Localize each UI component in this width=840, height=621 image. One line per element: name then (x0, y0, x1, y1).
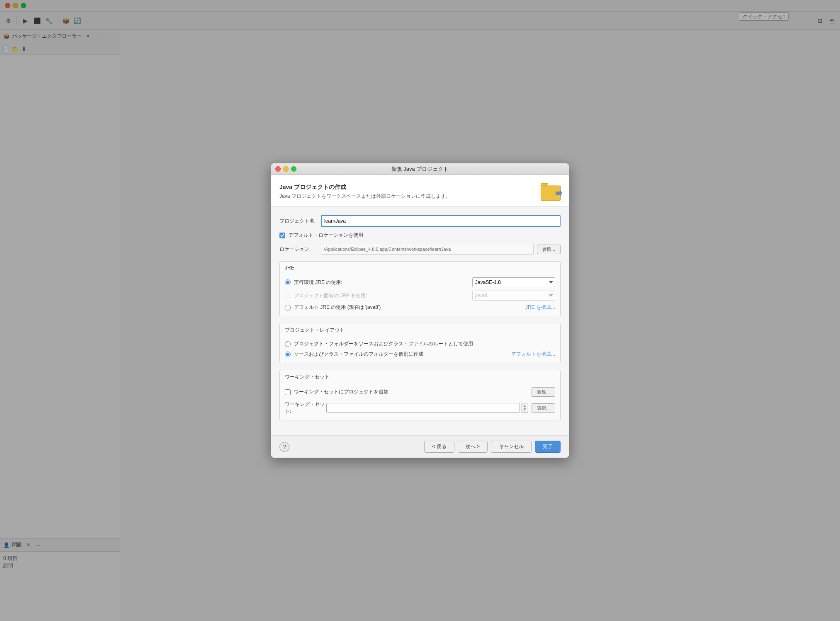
dialog-header-title: Java プロジェクトの作成 (279, 184, 451, 191)
dialog-title: 新規 Java プロジェクト (391, 165, 449, 173)
ws-select-button[interactable]: 選択... (532, 403, 555, 413)
ws-checkbox-row: ワーキング・セットにプロジェクトを追加 新規... (285, 387, 555, 397)
finish-button[interactable]: 完了 (535, 441, 561, 453)
next-button[interactable]: 次へ > (458, 441, 488, 453)
dialog-close-button[interactable] (275, 166, 281, 172)
default-location-label: デフォルト・ロケーションを使用 (289, 232, 363, 239)
layout-radio2-label: ソースおよびクラス・ファイルのフォルダーを個別に作成 (294, 351, 423, 358)
jre-radio3-label: デフォルト JRE の使用 (現在は 'java8') (294, 304, 381, 311)
dialog-folder-icon (541, 182, 561, 201)
layout-radio1[interactable] (285, 341, 291, 347)
location-label: ロケーション: (279, 246, 321, 253)
dialog-window-controls (275, 166, 296, 172)
dialog-body: プロジェクト名: デフォルト・ロケーションを使用 ロケーション: /Applic… (271, 207, 569, 435)
new-java-project-dialog: 新規 Java プロジェクト Java プロジェクトの作成 Java プロジェク… (271, 163, 569, 458)
ws-label: ワーキング・セット: (285, 401, 326, 415)
layout-radio2-row: ソースおよびクラス・ファイルのフォルダーを個別に作成 デフォルトを構成... (285, 351, 555, 358)
dialog-header-desc: Java プロジェクトをワークスペースまたは外部ロケーションに作成します。 (279, 193, 451, 200)
layout-section: プロジェクト・レイアウト プロジェクト・フォルダーをソースおよびクラス・ファイル… (279, 323, 561, 363)
layout-radio1-row: プロジェクト・フォルダーをソースおよびクラス・ファイルのルートとして使用 (285, 340, 555, 347)
jre-section-content: 実行環境 JRE の使用: JavaSE-1.8 プロジェクト固有の JRE を… (280, 274, 560, 316)
ws-input[interactable] (326, 403, 520, 413)
jre-section: JRE 実行環境 JRE の使用: JavaSE-1.8 プロジェクト固有の J… (279, 261, 561, 316)
dialog-min-button[interactable] (283, 166, 289, 172)
layout-section-title: プロジェクト・レイアウト (280, 323, 560, 334)
dialog-header-text: Java プロジェクトの作成 Java プロジェクトをワークスペースまたは外部ロ… (279, 184, 451, 200)
jre-radio3-row: デフォルト JRE の使用 (現在は 'java8') JRE を構成... (285, 304, 555, 311)
jre-select2[interactable]: java8 (472, 291, 555, 301)
modal-overlay: 新規 Java プロジェクト Java プロジェクトの作成 Java プロジェク… (0, 0, 840, 621)
default-location-row: デフォルト・ロケーションを使用 (279, 232, 561, 239)
layout-radio2[interactable] (285, 352, 291, 357)
project-name-label: プロジェクト名: (279, 218, 321, 225)
layout-radio1-label: プロジェクト・フォルダーをソースおよびクラス・ファイルのルートとして使用 (294, 340, 473, 347)
ws-checkbox-label: ワーキング・セットにプロジェクトを追加 (294, 388, 388, 395)
location-row: ロケーション: /Applications/Eclipse_4.8.0.app/… (279, 244, 561, 255)
jre-radio1[interactable] (285, 279, 291, 285)
jre-radio1-row: 実行環境 JRE の使用: JavaSE-1.8 (285, 277, 555, 287)
working-set-section: ワーキング・セット ワーキング・セットにプロジェクトを追加 新規... ワーキン… (279, 370, 561, 420)
jre-radio2-label: プロジェクト固有の JRE を使用: (294, 292, 367, 299)
dialog-header: Java プロジェクトの作成 Java プロジェクトをワークスペースまたは外部ロ… (271, 175, 569, 207)
jre-radio1-label: 実行環境 JRE の使用: (294, 279, 342, 286)
project-name-input[interactable] (321, 215, 561, 227)
jre-radio2-row: プロジェクト固有の JRE を使用: java8 (285, 291, 555, 301)
layout-section-content: プロジェクト・フォルダーをソースおよびクラス・ファイルのルートとして使用 ソース… (280, 337, 560, 363)
jre-configure-link[interactable]: JRE を構成... (525, 304, 555, 311)
working-set-title: ワーキング・セット (280, 370, 560, 381)
layout-configure-link[interactable]: デフォルトを構成... (511, 351, 555, 358)
ws-new-button[interactable]: 新規... (532, 387, 555, 397)
jre-radio3[interactable] (285, 305, 291, 310)
cancel-button[interactable]: キャンセル (491, 441, 532, 453)
dialog-max-button[interactable] (291, 166, 296, 172)
svg-marker-2 (541, 183, 548, 186)
jre-radio2[interactable] (285, 293, 291, 298)
ws-spinner: ▲▼ (522, 403, 528, 413)
default-location-checkbox[interactable] (279, 233, 285, 238)
help-button[interactable]: ? (279, 442, 289, 452)
dialog-footer: ? < 戻る 次へ > キャンセル 完了 (271, 435, 569, 458)
back-button[interactable]: < 戻る (424, 441, 454, 453)
ws-checkbox[interactable] (285, 389, 291, 395)
project-name-row: プロジェクト名: (279, 215, 561, 227)
working-set-content: ワーキング・セットにプロジェクトを追加 新規... ワーキング・セット: ▲▼ (280, 384, 560, 420)
browse-button[interactable]: 参照... (537, 245, 561, 254)
jre-select1[interactable]: JavaSE-1.8 (472, 277, 555, 287)
dialog-titlebar: 新規 Java プロジェクト (271, 163, 569, 175)
location-value: /Applications/Eclipse_4.8.0.app/Contents… (321, 244, 534, 255)
ws-select-row: ワーキング・セット: ▲▼ 選択... (285, 401, 555, 415)
jre-section-title: JRE (280, 262, 560, 271)
